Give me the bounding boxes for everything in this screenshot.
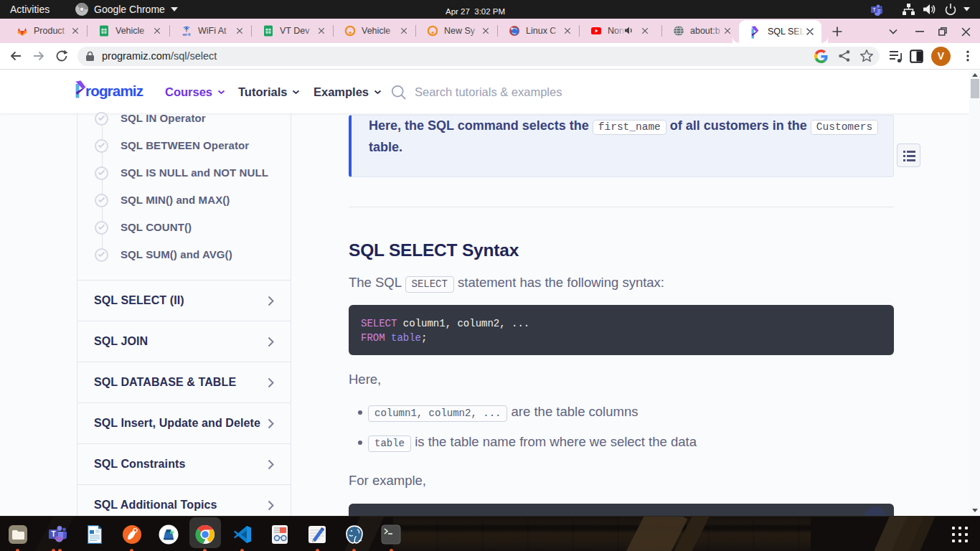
svg-text:T: T <box>872 6 876 13</box>
svg-text:T: T <box>51 530 55 538</box>
svg-text:wi-fi: wi-fi <box>182 32 191 37</box>
